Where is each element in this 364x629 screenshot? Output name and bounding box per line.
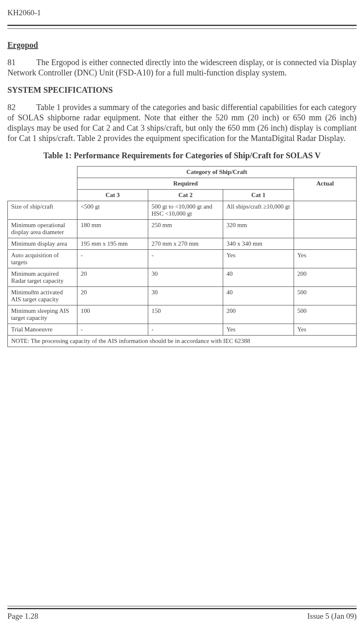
table-header-row-1: Category of Ship/Craft: [8, 167, 357, 178]
table-group-header: Category of Ship/Craft: [77, 167, 357, 178]
row-actual: [294, 220, 357, 238]
table-col-cat2: Cat 2: [148, 190, 223, 201]
row-cat3: 180 mm: [77, 220, 148, 238]
document-id: KH2060-1: [7, 8, 357, 17]
table-row: Minimum acquired Radar target capacity 2…: [8, 268, 357, 287]
row-cat1: 200: [223, 305, 294, 324]
row-cat2: 30: [148, 268, 223, 287]
row-cat1: Yes: [223, 250, 294, 268]
section-heading-specs: SYSTEM SPECIFICATIONS: [7, 85, 357, 95]
row-cat1: Yes: [223, 324, 294, 336]
row-cat2: 150: [148, 305, 223, 324]
table-col-cat3: Cat 3: [77, 190, 148, 201]
row-actual: 200: [294, 268, 357, 287]
row-actual: [294, 201, 357, 220]
table-subheader-required: Required: [77, 178, 294, 190]
row-cat2: 30: [148, 287, 223, 305]
row-cat2: 270 mm x 270 mm: [148, 238, 223, 250]
row-cat1: All ships/craft ≥10,000 gt: [223, 201, 294, 220]
page-footer: Page 1.28 Issue 5 (Jan 09): [7, 606, 357, 621]
paragraph-number: 81: [7, 57, 36, 68]
row-label: Minimum display area: [8, 238, 77, 250]
header-rule-thin: [7, 28, 357, 29]
row-label: Auto acquisition of targets: [8, 250, 77, 268]
paragraph-text: The Ergopod is either connected directly…: [7, 58, 357, 77]
row-cat1: 40: [223, 268, 294, 287]
table-row: Minimu8m activated AIS target capacity 2…: [8, 287, 357, 305]
table-note: NOTE: The processing capacity of the AIS…: [8, 336, 357, 347]
row-cat2: -: [148, 250, 223, 268]
table-row: Size of ship/craft <500 gt 500 gt to <10…: [8, 201, 357, 220]
header-rule-thick: [7, 25, 357, 26]
row-cat2: -: [148, 324, 223, 336]
row-cat3: -: [77, 324, 148, 336]
row-cat2: 500 gt to <10,000 gt and HSC <10,000 gt: [148, 201, 223, 220]
table-row: Auto acquisition of targets - - Yes Yes: [8, 250, 357, 268]
row-cat3: 195 mm x 195 mm: [77, 238, 148, 250]
footer-rule-thin: [7, 606, 357, 606]
row-cat3: 20: [77, 268, 148, 287]
requirements-table: Category of Ship/Craft Required Actual C…: [7, 166, 357, 347]
row-actual: 500: [294, 305, 357, 324]
row-cat3: 20: [77, 287, 148, 305]
row-actual: Yes: [294, 250, 357, 268]
row-cat3: <500 gt: [77, 201, 148, 220]
table-row: Trial Manoeuvre - - Yes Yes: [8, 324, 357, 336]
table-caption: Table 1: Performance Requirements for Ca…: [7, 151, 357, 160]
table-row: Minimum operational display area diamete…: [8, 220, 357, 238]
row-label: Minimum operational display area diamete…: [8, 220, 77, 238]
table-subheader-actual: Actual: [294, 178, 357, 201]
page-number: Page 1.28: [7, 612, 38, 621]
paragraph-81: 81The Ergopod is either connected direct…: [7, 57, 357, 78]
paragraph-number: 82: [7, 102, 36, 113]
row-cat3: -: [77, 250, 148, 268]
paragraph-82: 82Table 1 provides a summary of the cate…: [7, 102, 357, 143]
table-row: Minimum sleeping AIS target capacity 100…: [8, 305, 357, 324]
table-corner-empty: [8, 167, 77, 201]
row-label: Minimum acquired Radar target capacity: [8, 268, 77, 287]
table-row: Minimum display area 195 mm x 195 mm 270…: [8, 238, 357, 250]
page-content: KH2060-1 Ergopod 81The Ergopod is either…: [0, 0, 364, 347]
row-actual: 500: [294, 287, 357, 305]
row-actual: Yes: [294, 324, 357, 336]
footer-rule-thick: [7, 608, 357, 609]
row-cat1: 320 mm: [223, 220, 294, 238]
row-cat3: 100: [77, 305, 148, 324]
row-cat1: 40: [223, 287, 294, 305]
row-cat2: 250 mm: [148, 220, 223, 238]
row-label: Size of ship/craft: [8, 201, 77, 220]
issue-label: Issue 5 (Jan 09): [307, 612, 357, 621]
row-label: Minimu8m activated AIS target capacity: [8, 287, 77, 305]
table-note-row: NOTE: The processing capacity of the AIS…: [8, 336, 357, 347]
section-title-ergopod: Ergopod: [7, 40, 357, 50]
row-label: Minimum sleeping AIS target capacity: [8, 305, 77, 324]
table-col-cat1: Cat 1: [223, 190, 294, 201]
row-actual: [294, 238, 357, 250]
row-label: Trial Manoeuvre: [8, 324, 77, 336]
paragraph-text: Table 1 provides a summary of the catego…: [7, 103, 357, 143]
row-cat1: 340 x 340 mm: [223, 238, 294, 250]
